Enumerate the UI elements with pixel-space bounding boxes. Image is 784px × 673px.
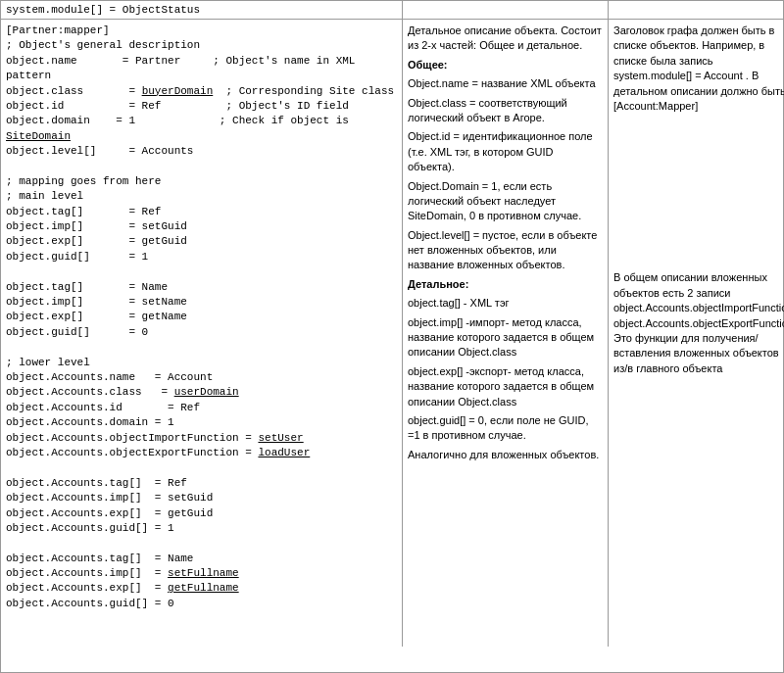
desc-exp: object.exp[] -экспорт- метод класса, наз… — [408, 364, 603, 409]
header-col3 — [609, 1, 783, 19]
userDomain-ref: userDomain — [174, 386, 239, 398]
notes-top: Заголовок графа должен быть в списке объ… — [613, 24, 784, 114]
notes-content: Заголовок графа должен быть в списке объ… — [613, 24, 784, 376]
desc-objectdomain: Object.Domain = 1, если есть логический … — [408, 179, 603, 224]
desc-analogy: Аналогично для вложенных объектов. — [408, 448, 603, 462]
buyerDomain-ref: buyerDomain — [142, 85, 214, 97]
desc-objectclass1: Object.class = соответствующий логически… — [408, 96, 603, 126]
main-content-row: [Partner:mapper] ; Object's general desc… — [1, 20, 783, 647]
sitedomain-ref: SiteDomain — [6, 130, 71, 142]
setFullname-ref: setFullname — [168, 567, 239, 579]
notes-bottom: В общем описании вложенных объектов есть… — [613, 270, 784, 376]
header-col1: system.module[] = ObjectStatus — [1, 1, 403, 19]
getFullname-ref: getFullname — [168, 582, 239, 594]
general-bold: Общее: — [408, 59, 448, 71]
header-row: system.module[] = ObjectStatus — [1, 1, 783, 20]
main-page: system.module[] = ObjectStatus [Partner:… — [0, 0, 784, 673]
header-col2 — [403, 1, 609, 19]
notes-column: Заголовок графа должен быть в списке объ… — [609, 20, 784, 647]
desc-objectid: Object.id = идентификационное поле (т.е.… — [408, 129, 603, 174]
code-column: [Partner:mapper] ; Object's general desc… — [1, 20, 403, 647]
detail-bold: Детальное: — [408, 278, 468, 290]
desc-title: Детальное описание объекта. Состоит из 2… — [408, 24, 603, 54]
desc-objectname: Object.name = название XML объекта — [408, 76, 603, 91]
loadUser-ref: loadUser — [258, 447, 310, 458]
description-column: Детальное описание объекта. Состоит из 2… — [403, 20, 609, 647]
header-module-text: system.module[] = ObjectStatus — [6, 4, 200, 16]
desc-tag: object.tag[] - XML тэг — [408, 296, 603, 311]
setUser-ref: setUser — [258, 432, 303, 444]
desc-imp: object.imp[] -импорт- метод класса, назв… — [408, 315, 603, 361]
desc-guid: object.guid[] = 0, если поле не GUID, =1… — [408, 413, 603, 444]
desc-objectlevel: Object.level[] = пустое, если в объекте … — [408, 228, 603, 273]
code-content: [Partner:mapper] ; Object's general desc… — [6, 24, 397, 611]
desc-detail-label: Детальное: — [408, 277, 603, 292]
description-content: Детальное описание объекта. Состоит из 2… — [408, 24, 603, 462]
desc-general-label: Общее: — [408, 58, 603, 72]
